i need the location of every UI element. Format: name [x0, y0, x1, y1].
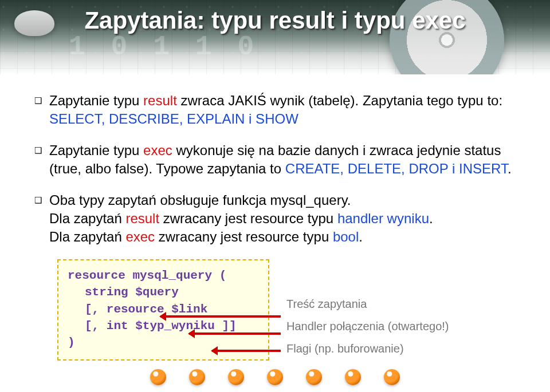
- text: zwraca JAKIŚ wynik (tabelę). Zapytania t…: [177, 93, 502, 108]
- binary-digits-decor: 1 0 1 1 0: [69, 31, 258, 62]
- keyword-bool: bool: [333, 229, 359, 244]
- dot-icon: [384, 369, 400, 385]
- arrow-icon: [189, 332, 281, 335]
- code-line: resource mysql_query (: [68, 267, 259, 284]
- text: Zapytanie typu: [49, 142, 143, 158]
- sql-keywords: CREATE, DELETE, DROP i INSERT: [285, 161, 508, 176]
- bullet-2: ❑ Zapytanie typu exec wykonuje się na ba…: [34, 141, 516, 179]
- text: .: [429, 211, 433, 226]
- text: Oba typy zapytań obsługuje funkcja mysql…: [49, 192, 351, 208]
- dot-icon: [228, 369, 244, 385]
- dot-icon: [150, 369, 166, 385]
- keyword-exec: exec: [125, 229, 155, 244]
- annotation-connection-handler: Handler połączenia (otwartego!): [286, 318, 449, 335]
- dot-icon: [189, 369, 205, 385]
- keyword-exec: exec: [143, 142, 172, 158]
- dot-icon: [345, 369, 361, 385]
- code-annotations: Treść zapytania Handler połączenia (otwa…: [286, 295, 449, 362]
- text: Dla zapytań: [49, 211, 125, 226]
- text: Zapytanie typu: [49, 93, 143, 108]
- slide-header-graphic: 1 0 1 1 0 Zapytania: typu result i typu …: [0, 0, 550, 74]
- keyword-result: result: [125, 211, 159, 226]
- bullet-1: ❑ Zapytanie typu result zwraca JAKIŚ wyn…: [34, 92, 516, 129]
- slide-title: Zapytania: typu result i typu exec: [0, 7, 550, 34]
- arrow-icon: [160, 315, 281, 318]
- bullet-marker-icon: ❑: [34, 92, 49, 129]
- dot-icon: [267, 369, 283, 385]
- keyword-handler: handler wyniku: [337, 211, 429, 226]
- text: .: [359, 229, 363, 244]
- sql-keywords: SELECT, DESCRIBE, EXPLAIN i SHOW: [49, 111, 298, 126]
- text: Dla zapytań: [49, 229, 125, 244]
- footer-decor-dots: [0, 369, 550, 385]
- text: .: [508, 161, 512, 176]
- code-line: ): [68, 334, 259, 351]
- text: zwracany jest resource typu: [155, 229, 333, 244]
- bullet-2-text: Zapytanie typu exec wykonuje się na bazi…: [49, 141, 516, 179]
- bullet-3: ❑ Oba typy zapytań obsługuje funkcja mys…: [34, 191, 516, 247]
- dot-icon: [306, 369, 322, 385]
- annotation-flags: Flagi (np. buforowanie): [286, 340, 449, 358]
- keyword-result: result: [143, 93, 177, 108]
- bullet-marker-icon: ❑: [34, 141, 49, 179]
- annotation-query-text: Treść zapytania: [286, 295, 449, 313]
- text: zwracany jest resource typu: [159, 211, 337, 226]
- bullet-marker-icon: ❑: [34, 191, 49, 247]
- arrow-icon: [212, 350, 281, 352]
- code-line: string $query: [68, 284, 259, 300]
- bullet-1-text: Zapytanie typu result zwraca JAKIŚ wynik…: [49, 92, 516, 129]
- code-signature-box: resource mysql_query ( string $query [, …: [57, 259, 269, 361]
- bullet-3-text: Oba typy zapytań obsługuje funkcja mysql…: [49, 191, 516, 247]
